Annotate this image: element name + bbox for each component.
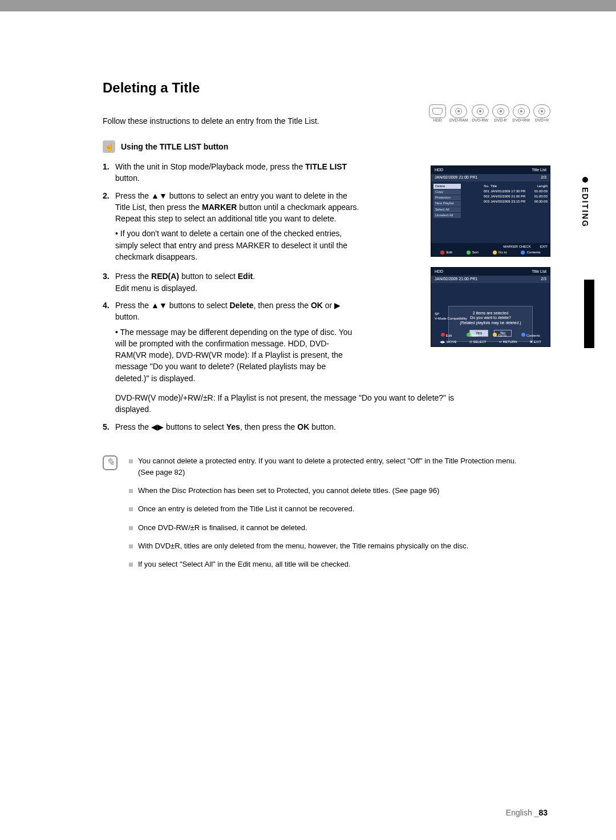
- steps-list: 1. With the unit in Stop mode/Playback m…: [103, 161, 359, 386]
- step-5: 5. Press the ◀▶ buttons to select Yes, t…: [103, 421, 479, 433]
- media-label: DVD-R: [495, 118, 507, 122]
- media-label: DVD-RAM: [449, 118, 468, 122]
- steps-list-cont: 5. Press the ◀▶ buttons to select Yes, t…: [103, 421, 479, 433]
- note-icon: ✎: [103, 455, 117, 470]
- tab-bullet-icon: [582, 177, 588, 183]
- media-label: DVD+R: [535, 118, 549, 122]
- sub-heading: ☝ Using the TITLE LIST button: [103, 140, 530, 153]
- osd-delete-dialog: HDD Title List JAN/02/2009 21:00 PR1 2/3…: [431, 267, 550, 347]
- step-2-note: If you don't want to delete a certain on…: [115, 228, 359, 262]
- note-item: With DVD±R, titles are only deleted from…: [129, 540, 525, 552]
- media-label: DVD+RW: [513, 118, 530, 122]
- note-item: Once DVD-RW/±R is finalised, it cannot b…: [129, 522, 525, 534]
- media-dvd-r: DVD-R: [492, 104, 509, 122]
- note-item: You cannot delete a protected entry. If …: [129, 455, 525, 478]
- step-3: 3. Press the RED(A) button to select Edi…: [103, 270, 359, 294]
- document-page: HDD DVD-RAM DVD-RW DVD-R DVD+RW DVD+R De…: [0, 11, 616, 840]
- hand-icon: ☝: [103, 140, 115, 153]
- note-item: Once an entry is deleted from the Title …: [129, 503, 525, 515]
- supported-media-row: HDD DVD-RAM DVD-RW DVD-R DVD+RW DVD+R: [429, 104, 550, 122]
- step-1: 1. With the unit in Stop mode/Playback m…: [103, 161, 359, 184]
- notes-block: ✎ You cannot delete a protected entry. I…: [103, 455, 525, 577]
- media-dvd-ram: DVD-RAM: [449, 104, 468, 122]
- media-dvd-plus-r: DVD+R: [533, 104, 550, 122]
- step-4-extra: DVD-RW(V mode)/+RW/±R: If a Playlist is …: [115, 392, 492, 415]
- osd-edit-menu: Delete Copy Protection New Playlist Sele…: [433, 184, 461, 218]
- osd-title-table: No.TitleLength 001JAN/01/2009 17:30 PR01…: [483, 184, 548, 205]
- step-4: 4. Press the ▲▼ buttons to select Delete…: [103, 300, 359, 386]
- note-item: If you select "Select All" in the Edit m…: [129, 559, 525, 570]
- page-footer: English _83: [506, 808, 548, 817]
- media-hdd: HDD: [429, 104, 446, 122]
- chapter-tab-label: EDITING: [581, 187, 590, 228]
- media-dvd-plus-rw: DVD+RW: [513, 104, 530, 122]
- media-dvd-rw: DVD-RW: [472, 104, 489, 122]
- notes-list: You cannot delete a protected entry. If …: [129, 455, 525, 577]
- osd-title-list: HDD Title List JAN/02/2009 21:00 PR1 2/3…: [431, 165, 550, 257]
- note-item: When the Disc Protection has been set to…: [129, 485, 525, 496]
- thumb-index-tab: [584, 280, 594, 348]
- step-4-note: The message may be different depending o…: [115, 326, 359, 384]
- chapter-tab: EDITING: [581, 177, 590, 228]
- sub-heading-text: Using the TITLE LIST button: [121, 142, 228, 151]
- media-label: DVD-RW: [472, 118, 488, 122]
- media-label: HDD: [433, 118, 441, 122]
- section-title: Deleting a Title: [103, 80, 530, 96]
- step-2: 2. Press the ▲▼ buttons to select an ent…: [103, 190, 359, 265]
